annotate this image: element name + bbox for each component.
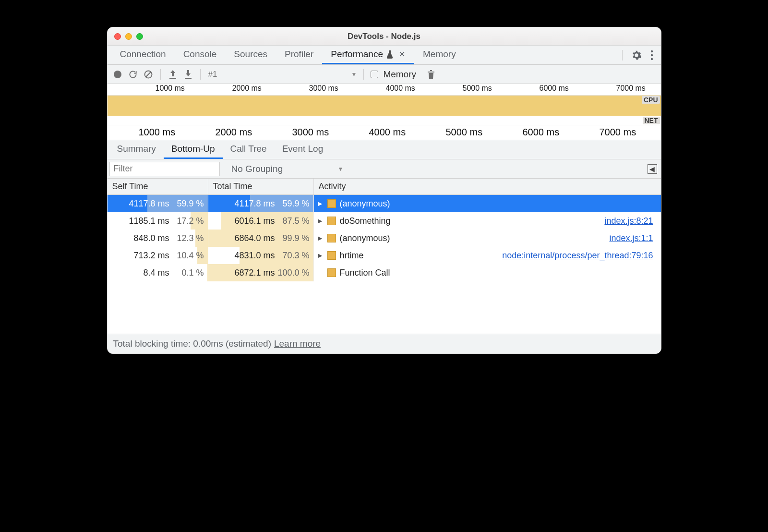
subtab-bottom-up[interactable]: Bottom-Up xyxy=(164,140,223,159)
activity-name: hrtime xyxy=(340,251,364,261)
recording-dropdown-icon[interactable]: ▼ xyxy=(351,71,357,78)
activity-name: Function Call xyxy=(340,268,390,278)
close-window-icon[interactable] xyxy=(114,33,121,40)
cpu-track: CPU xyxy=(108,96,661,116)
memory-checkbox-label: Memory xyxy=(383,69,416,80)
overview-tick: 1000 ms xyxy=(156,84,185,93)
maximize-window-icon[interactable] xyxy=(136,33,143,40)
category-swatch-icon xyxy=(327,234,336,242)
profile-table: Self Time Total Time Activity 4117.8 ms5… xyxy=(108,179,661,334)
tab-sources[interactable]: Sources xyxy=(225,46,276,64)
tab-performance[interactable]: Performance ✕ xyxy=(322,46,414,64)
timeline-tick: 1000 ms xyxy=(139,127,176,138)
category-swatch-icon xyxy=(327,199,336,208)
source-link[interactable]: node:internal/process/per_thread:79:16 xyxy=(502,251,657,261)
settings-icon[interactable] xyxy=(631,50,642,60)
timeline-tick: 5000 ms xyxy=(446,127,483,138)
overview-tick: 3000 ms xyxy=(309,84,338,93)
tab-profiler[interactable]: Profiler xyxy=(276,46,322,64)
clear-icon[interactable] xyxy=(143,70,154,79)
category-swatch-icon xyxy=(327,268,336,277)
performance-toolbar: ▼ Memory xyxy=(108,65,661,84)
disclosure-icon[interactable]: ▶ xyxy=(318,200,324,207)
details-tabs: Summary Bottom-Up Call Tree Event Log xyxy=(108,140,661,159)
timeline-overview[interactable]: 1000 ms2000 ms3000 ms4000 ms5000 ms6000 … xyxy=(108,84,661,140)
category-swatch-icon xyxy=(327,251,336,260)
grouping-select[interactable]: No Grouping ▼ xyxy=(231,161,351,177)
overview-tick: 6000 ms xyxy=(540,84,569,93)
learn-more-link[interactable]: Learn more xyxy=(274,339,321,349)
table-row[interactable]: 4117.8 ms59.9 %4117.8 ms59.9 %▶(anonymou… xyxy=(108,195,661,212)
tab-console[interactable]: Console xyxy=(175,46,226,64)
overview-tick: 2000 ms xyxy=(232,84,262,93)
traffic-lights xyxy=(114,33,143,40)
col-total-time[interactable]: Total Time xyxy=(208,179,314,194)
svg-point-3 xyxy=(114,71,121,78)
devtools-window: DevTools - Node.js Connection Console So… xyxy=(107,27,661,354)
disclosure-icon[interactable]: ▶ xyxy=(318,252,324,259)
panel-tabs: Connection Console Sources Profiler Perf… xyxy=(108,46,661,65)
trash-icon[interactable] xyxy=(426,70,436,79)
upload-icon[interactable] xyxy=(168,70,178,79)
category-swatch-icon xyxy=(327,217,336,225)
timeline-tick: 4000 ms xyxy=(369,127,406,138)
source-link[interactable]: index.js:1:1 xyxy=(609,233,657,243)
overview-tick: 4000 ms xyxy=(386,84,415,93)
table-row[interactable]: 8.4 ms0.1 %6872.1 ms100.0 %Function Call xyxy=(108,264,661,281)
svg-point-0 xyxy=(650,50,652,52)
overview-tick: 5000 ms xyxy=(463,84,492,93)
timeline-tick: 7000 ms xyxy=(600,127,636,138)
svg-line-5 xyxy=(146,72,151,77)
memory-checkbox[interactable] xyxy=(371,71,378,78)
svg-point-2 xyxy=(650,58,652,60)
flask-icon xyxy=(386,50,394,59)
subtab-summary[interactable]: Summary xyxy=(109,140,164,159)
overview-tick: 7000 ms xyxy=(616,84,646,93)
disclosure-icon[interactable]: ▶ xyxy=(318,235,324,242)
tab-connection[interactable]: Connection xyxy=(111,46,175,64)
activity-name: (anonymous) xyxy=(340,199,390,209)
subtab-call-tree[interactable]: Call Tree xyxy=(223,140,275,159)
recording-name-input[interactable] xyxy=(207,68,347,81)
filter-input[interactable] xyxy=(109,162,220,176)
reload-icon[interactable] xyxy=(128,70,138,79)
col-activity[interactable]: Activity xyxy=(314,179,661,194)
svg-point-1 xyxy=(650,54,652,56)
toggle-sidebar-icon[interactable]: ◀ xyxy=(648,164,657,174)
blocking-time-text: Total blocking time: 0.00ms (estimated) xyxy=(113,339,271,349)
timeline-tick: 2000 ms xyxy=(216,127,252,138)
source-link[interactable]: index.js:8:21 xyxy=(604,216,657,226)
close-tab-icon[interactable]: ✕ xyxy=(398,49,406,60)
filter-bar: No Grouping ▼ ◀ xyxy=(108,159,661,179)
table-row[interactable]: 713.2 ms10.4 %4831.0 ms70.3 %▶hrtimenode… xyxy=(108,247,661,264)
chevron-down-icon: ▼ xyxy=(338,166,344,172)
titlebar: DevTools - Node.js xyxy=(108,27,661,46)
more-menu-icon[interactable] xyxy=(650,50,653,60)
download-icon[interactable] xyxy=(183,70,193,79)
tab-memory[interactable]: Memory xyxy=(414,46,465,64)
window-title: DevTools - Node.js xyxy=(108,32,661,41)
timeline-tick: 6000 ms xyxy=(523,127,560,138)
col-self-time[interactable]: Self Time xyxy=(108,179,208,194)
minimize-window-icon[interactable] xyxy=(125,33,132,40)
table-row[interactable]: 1185.1 ms17.2 %6016.1 ms87.5 %▶doSomethi… xyxy=(108,212,661,230)
activity-name: (anonymous) xyxy=(340,233,390,243)
record-icon[interactable] xyxy=(112,70,123,79)
status-footer: Total blocking time: 0.00ms (estimated) … xyxy=(108,334,661,353)
activity-name: doSomething xyxy=(340,216,391,226)
disclosure-icon[interactable]: ▶ xyxy=(318,218,324,224)
table-row[interactable]: 848.0 ms12.3 %6864.0 ms99.9 %▶(anonymous… xyxy=(108,230,661,247)
net-track: NET xyxy=(108,116,661,125)
subtab-event-log[interactable]: Event Log xyxy=(275,140,331,159)
timeline-tick: 3000 ms xyxy=(292,127,329,138)
